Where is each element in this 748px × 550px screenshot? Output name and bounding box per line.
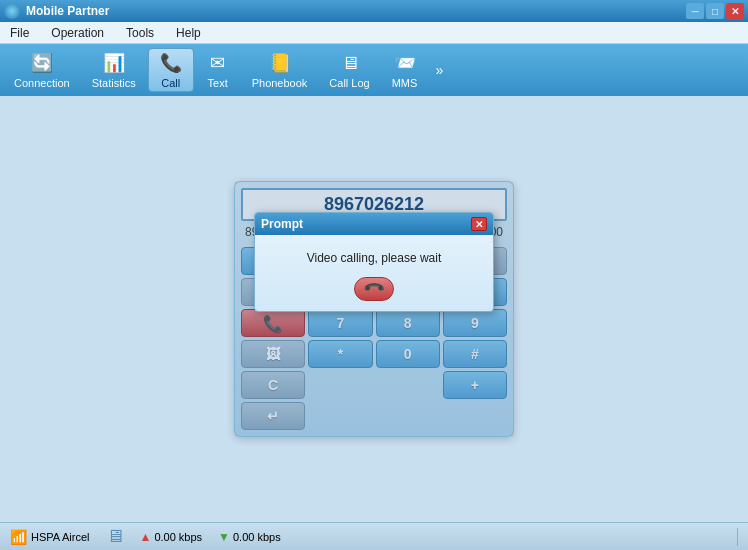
tab-icon-connection: 🔄 [30,51,54,75]
status-bar: 📶 HSPA Aircel 🖥 ▲ 0.00 kbps ▼ 0.00 kbps [0,522,748,550]
menu-item-help[interactable]: Help [170,24,207,42]
main-content: 8967026212 8967026212 Calling 00:00 1 2 … [0,96,748,522]
prompt-close-button[interactable]: ✕ [471,217,487,231]
prompt-titlebar: Prompt ✕ [255,213,493,235]
tab-label-text: Text [208,77,228,89]
tab-label-statistics: Statistics [92,77,136,89]
toolbar: 🔄 Connection 📊 Statistics 📞 Call ✉ Text … [0,44,748,96]
upload-speed: ▲ 0.00 kbps [140,530,203,544]
prompt-message: Video calling, please wait [265,251,483,265]
tab-connection[interactable]: 🔄 Connection [4,48,80,92]
download-speed-value: 0.00 kbps [233,531,281,543]
prompt-body: Video calling, please wait 📞 [255,235,493,311]
tab-icon-statistics: 📊 [102,51,126,75]
status-separator-icon: 🖥 [106,526,124,547]
modal-overlay: Prompt ✕ Video calling, please wait 📞 [235,182,513,436]
tab-calllog[interactable]: 🖥 Call Log [319,48,379,92]
tab-mms[interactable]: 📨 MMS [382,48,428,92]
tab-icon-text: ✉ [206,51,230,75]
tab-icon-phonebook: 📒 [268,51,292,75]
menu-item-file[interactable]: File [4,24,35,42]
status-network: 📶 HSPA Aircel [10,529,90,545]
download-arrow: ▼ [218,530,230,544]
tab-icon-mms: 📨 [393,51,417,75]
app-icon [4,3,20,19]
tab-label-calllog: Call Log [329,77,369,89]
network-icon: 📶 [10,529,27,545]
tab-text[interactable]: ✉ Text [196,48,240,92]
menu-item-operation[interactable]: Operation [45,24,110,42]
tab-icon-call: 📞 [159,51,183,75]
tab-statistics[interactable]: 📊 Statistics [82,48,146,92]
close-button[interactable]: ✕ [726,3,744,19]
upload-arrow: ▲ [140,530,152,544]
prompt-dialog: Prompt ✕ Video calling, please wait 📞 [254,212,494,312]
maximize-button[interactable]: □ [706,3,724,19]
tab-label-call: Call [161,77,180,89]
upload-speed-value: 0.00 kbps [154,531,202,543]
call-panel: 8967026212 8967026212 Calling 00:00 1 2 … [234,181,514,437]
title-controls: ─ □ ✕ [686,3,744,19]
prompt-title: Prompt [261,217,303,231]
title-bar-left: Mobile Partner [4,3,109,19]
download-speed: ▼ 0.00 kbps [218,530,281,544]
app-title: Mobile Partner [26,4,109,18]
tab-call[interactable]: 📞 Call [148,48,194,92]
tab-icon-calllog: 🖥 [338,51,362,75]
tab-label-mms: MMS [392,77,418,89]
network-name: HSPA Aircel [31,531,90,543]
prompt-end-call-button[interactable]: 📞 [354,277,394,301]
tab-more-button[interactable]: » [429,62,449,78]
tab-label-phonebook: Phonebook [252,77,308,89]
minimize-button[interactable]: ─ [686,3,704,19]
tab-phonebook[interactable]: 📒 Phonebook [242,48,318,92]
title-bar: Mobile Partner ─ □ ✕ [0,0,748,22]
status-divider [737,528,738,546]
menu-item-tools[interactable]: Tools [120,24,160,42]
tab-label-connection: Connection [14,77,70,89]
menu-bar: FileOperationToolsHelp [0,22,748,44]
